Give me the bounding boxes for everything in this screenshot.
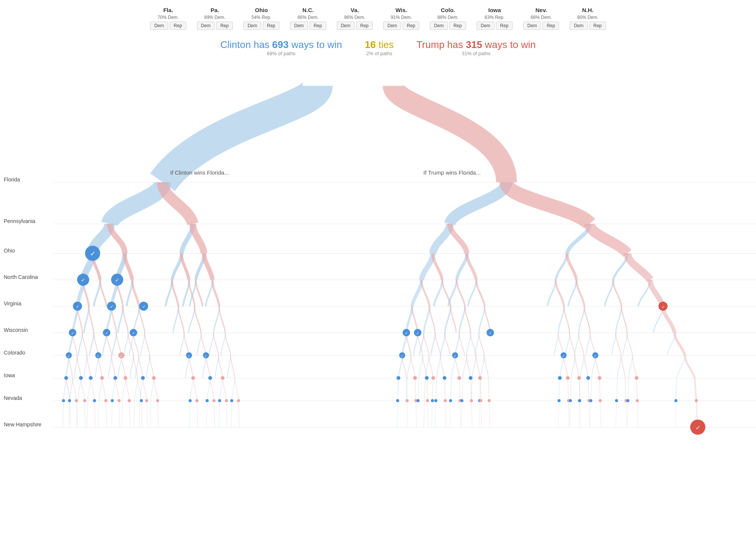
nev-rside-2 (417, 399, 420, 402)
pa-rep-button[interactable]: Rep (216, 22, 233, 30)
svg-line-39 (445, 378, 445, 401)
iowa-rside-red-8 (635, 376, 638, 380)
svg-line-46 (480, 378, 480, 401)
state-prob-nh: 80% Dem. (577, 15, 598, 20)
nev-dem-button[interactable]: Dem (523, 22, 541, 30)
label-ohio: Ohio (4, 248, 15, 254)
svg-text:✓: ✓ (662, 305, 665, 309)
svg-text:✓: ✓ (454, 354, 457, 358)
svg-text:✓: ✓ (132, 331, 135, 335)
svg-text:✓: ✓ (489, 331, 492, 335)
nev-rside-3 (431, 399, 434, 402)
iowa-rside-red-3 (457, 376, 461, 380)
state-wis: Wis. 91% Dem. Dem Rep (383, 7, 419, 30)
nev-red-3 (104, 399, 107, 402)
ties-main-text: 16 ties (365, 39, 394, 51)
svg-line-17 (141, 401, 142, 427)
nc-rep-button[interactable]: Rep (310, 22, 326, 30)
iowa-dem-button[interactable]: Dem (477, 22, 494, 30)
nev-red-8 (195, 399, 198, 402)
iowa-rside-red-4 (478, 376, 482, 380)
va-dem-button[interactable]: Dem (337, 22, 355, 30)
state-prob-nev: 66% Dem. (531, 15, 552, 20)
svg-line-68 (435, 401, 436, 427)
nev-4 (111, 399, 114, 402)
state-buttons-colo: Dem Rep (430, 22, 466, 30)
colo-dem-button[interactable]: Dem (430, 22, 448, 30)
label-wisconsin: Wisconsin (4, 327, 28, 333)
svg-line-24 (206, 401, 207, 427)
svg-line-76 (489, 401, 490, 427)
nev-rside-red-15 (695, 399, 698, 402)
state-name-va: Va. (350, 7, 359, 13)
florida-dem-button[interactable]: Dem (150, 22, 168, 30)
iowa-rside-red-5 (566, 376, 570, 380)
svg-line-65 (424, 401, 424, 427)
svg-text:✓: ✓ (594, 354, 597, 358)
wis-dem-button[interactable]: Dem (383, 22, 401, 30)
pa-dem-button[interactable]: Dem (197, 22, 215, 30)
nev-rside-12 (615, 399, 618, 402)
va-rep-button[interactable]: Rep (356, 22, 373, 30)
clinton-subtext: 68% of paths (220, 51, 342, 56)
iowa-rep-button[interactable]: Rep (496, 22, 513, 30)
svg-line-41 (459, 378, 460, 401)
colo-rep-button[interactable]: Rep (449, 22, 466, 30)
state-buttons-nc: Dem Rep (290, 22, 326, 30)
state-buttons-ohio: Dem Rep (243, 22, 279, 30)
svg-line-26 (219, 401, 220, 427)
svg-line-47 (488, 378, 489, 401)
nev-rep-button[interactable]: Rep (542, 22, 559, 30)
trump-prefix: Trump has (417, 39, 466, 50)
svg-line-50 (570, 378, 571, 401)
svg-line-74 (479, 401, 480, 427)
svg-line-33 (415, 378, 416, 401)
florida-rep-button[interactable]: Rep (170, 22, 186, 30)
state-nev: Nev. 66% Dem. Dem Rep (523, 7, 559, 30)
iowa-node-1 (64, 376, 68, 380)
ties-count: 16 (365, 39, 376, 50)
ohio-rep-button[interactable]: Rep (263, 22, 279, 30)
ohio-dem-button[interactable]: Dem (243, 22, 261, 30)
ties-headline: 16 ties 2% of paths (365, 39, 394, 56)
iowa-node-2 (79, 376, 83, 380)
iowa-rside-red-1 (413, 376, 417, 380)
trump-main-text: Trump has 315 ways to win (417, 39, 536, 51)
nev-rside-5 (449, 399, 452, 402)
svg-line-40 (451, 378, 451, 401)
nev-red-7 (156, 399, 159, 402)
trump-count: 315 (466, 39, 482, 50)
svg-line-63 (407, 401, 408, 427)
iowa-red-node-3 (152, 376, 156, 380)
svg-line-89 (675, 401, 676, 427)
iowa-rside-4 (469, 376, 472, 380)
svg-line-8 (87, 401, 88, 427)
svg-text:✓: ✓ (67, 354, 70, 358)
nev-rside-red-8 (488, 399, 491, 402)
iowa-rside-red-2 (431, 376, 435, 380)
svg-line-53 (588, 378, 589, 401)
iowa-red-node-4 (191, 376, 195, 380)
label-florida: Florida (4, 177, 20, 183)
state-colo: Colo. 86% Dem. Dem Rep (430, 7, 466, 30)
trump-headline: Trump has 315 ways to win 31% of paths (417, 39, 536, 56)
nh-rep-button[interactable]: Rep (589, 22, 606, 30)
svg-line-22 (189, 401, 190, 427)
iowa-rside-5 (558, 376, 562, 380)
state-ohio: Ohio 54% Rep. Dem Rep (243, 7, 279, 30)
svg-text:✓: ✓ (204, 354, 208, 358)
iowa-node-3 (89, 376, 93, 380)
nc-dem-button[interactable]: Dem (290, 22, 308, 30)
nev-red-4 (118, 399, 121, 402)
nev-5 (140, 399, 143, 402)
wis-rep-button[interactable]: Rep (403, 22, 419, 30)
svg-text:✓: ✓ (110, 304, 113, 309)
nev-rside-red-14 (636, 399, 639, 402)
nh-dem-button[interactable]: Dem (570, 22, 587, 30)
state-buttons-nh: Dem Rep (570, 22, 606, 30)
svg-line-38 (436, 378, 437, 401)
svg-text:✓: ✓ (81, 277, 85, 283)
state-prob-pa: 89% Dem. (204, 15, 225, 20)
nev-rside-4 (434, 399, 437, 402)
svg-line-27 (226, 401, 227, 427)
